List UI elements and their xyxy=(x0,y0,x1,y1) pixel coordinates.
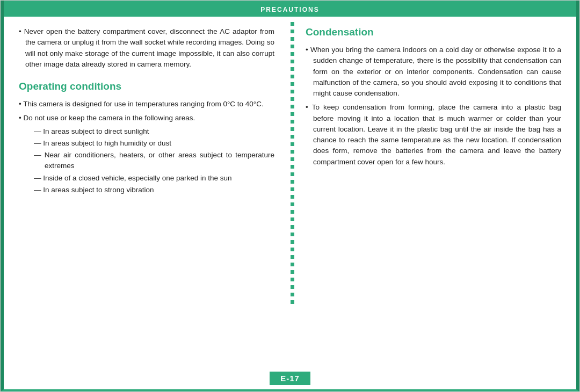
divider-dot xyxy=(291,135,294,139)
list-item: When you bring the camera indoors on a c… xyxy=(306,45,561,99)
sub-list-item: Inside of a closed vehicle, especially o… xyxy=(34,173,274,184)
sub-list-item: In areas subject to high humidity or dus… xyxy=(34,138,274,149)
footer-bar: E-17 xyxy=(1,369,579,391)
divider-dot xyxy=(291,150,294,154)
divider-dot xyxy=(291,202,294,206)
divider-dot xyxy=(291,127,294,131)
condensation-list: When you bring the camera indoors on a c… xyxy=(306,45,561,168)
divider-dot xyxy=(291,120,294,124)
divider-dot xyxy=(291,240,294,244)
list-item: To keep condensation from forming, place… xyxy=(306,102,561,168)
divider-dot xyxy=(291,225,294,229)
divider-dot xyxy=(291,30,294,33)
divider-dot xyxy=(291,270,294,274)
sub-list-item: In areas subject to strong vibration xyxy=(34,185,274,195)
divider-dot xyxy=(291,187,294,191)
divider-dot xyxy=(291,22,294,26)
divider-dot xyxy=(291,142,294,146)
divider-dot xyxy=(291,278,294,281)
divider-dot xyxy=(291,263,294,266)
list-item: Do not use or keep the camera in the fol… xyxy=(19,113,274,195)
sub-list: In areas subject to direct sunlight In a… xyxy=(34,126,274,196)
left-column: • Never open the battery compartment cov… xyxy=(4,17,286,369)
header-label: PRECAUTIONS xyxy=(260,6,319,13)
divider-dot xyxy=(291,195,294,199)
divider-dot xyxy=(291,172,294,176)
intro-bullet: • Never open the battery compartment cov… xyxy=(19,26,274,70)
divider-dot xyxy=(291,105,294,108)
page-wrapper: PRECAUTIONS • Never open the battery com… xyxy=(0,0,580,392)
divider-dot xyxy=(291,248,294,251)
divider-dot xyxy=(291,37,294,41)
divider-dot xyxy=(291,210,294,214)
content-area: • Never open the battery compartment cov… xyxy=(1,17,579,369)
divider-dot xyxy=(291,165,294,169)
intro-text: • Never open the battery compartment cov… xyxy=(19,26,274,70)
divider-dot xyxy=(291,45,294,48)
page-number-badge: E-17 xyxy=(270,372,310,385)
divider-dot xyxy=(291,157,294,161)
sub-list-item: In areas subject to direct sunlight xyxy=(34,126,274,137)
divider-dot xyxy=(291,217,294,221)
divider-dot xyxy=(291,90,294,93)
divider-dot xyxy=(291,97,294,101)
divider-dot xyxy=(291,285,294,289)
divider-dot xyxy=(291,255,294,259)
list-item: This camera is designed for use in tempe… xyxy=(19,99,274,110)
right-column: Condensation When you bring the camera i… xyxy=(298,17,576,369)
divider-dot xyxy=(291,293,294,296)
divider-dot xyxy=(291,82,294,86)
divider-dot xyxy=(291,112,294,116)
divider-dot xyxy=(291,60,294,63)
divider-dot xyxy=(291,75,294,78)
divider-dot xyxy=(291,67,294,71)
sub-list-item: Near air conditioners, heaters, or other… xyxy=(34,150,274,172)
operating-conditions-heading: Operating conditions xyxy=(19,81,274,92)
divider-dot xyxy=(291,300,294,304)
header-bar: PRECAUTIONS xyxy=(1,3,579,17)
operating-conditions-list: This camera is designed for use in tempe… xyxy=(19,99,274,195)
condensation-heading: Condensation xyxy=(306,26,561,38)
divider-dot xyxy=(291,180,294,184)
center-divider xyxy=(286,17,298,369)
divider-dot xyxy=(291,52,294,56)
divider-dot xyxy=(291,233,294,236)
